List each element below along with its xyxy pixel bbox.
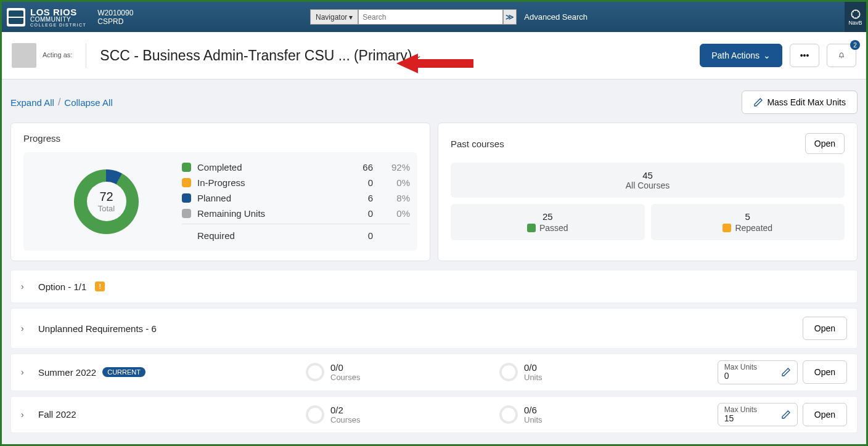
env-name: CSPRD [97,17,133,26]
search-input[interactable] [358,9,503,25]
tile-all-courses[interactable]: 45 All Courses [451,163,845,198]
term-open-button[interactable]: Open [803,360,847,384]
expand-all-link[interactable]: Expand All [10,97,54,108]
unplanned-open-button[interactable]: Open [803,317,847,340]
section-title: Option - 1/1 [38,282,86,292]
legend-pct: 0% [373,208,410,219]
brand-sub2: COLLEGE DISTRICT [30,23,86,27]
progress-donut: 72 Total [31,160,182,243]
swatch-icon [182,209,191,218]
term-open-button[interactable]: Open [803,403,847,426]
tile-passed[interactable]: 25 Passed [451,204,645,240]
divider [86,43,86,68]
term-name: Fall 2022 [38,409,76,420]
acting-as-label: Acting as: [43,51,72,59]
tile-repeated[interactable]: 5 Repeated [651,204,845,240]
notification-badge: 2 [850,40,860,50]
progress-ring-icon [499,363,518,381]
path-actions-button[interactable]: Path Actions ⌄ [700,44,782,67]
svg-marker-1 [396,54,473,73]
warning-badge-icon: ! [95,282,105,291]
courses-label: Courses [330,373,360,382]
path-title-dropdown[interactable]: SCC - Business Admin-Transfer CSU ... (P… [100,47,422,64]
courses-label: Courses [330,415,360,424]
legend-label: Completed [197,162,342,172]
swatch-icon [182,193,191,203]
open-label: Open [814,139,835,148]
brand-logo-icon [7,8,25,26]
legend-count: 66 [342,162,373,172]
toolbar: Expand All / Collapse All Mass Edit Max … [10,91,858,114]
current-badge: CURRENT [102,367,145,377]
courses-fraction: 0/0 [330,362,360,373]
open-label: Open [814,323,835,333]
legend-row-remaining: Remaining Units 0 0% [182,206,410,221]
env-info: W2010090 CSPRD [97,9,133,26]
pencil-icon [753,97,763,107]
max-units-input[interactable]: Max Units 15 [718,403,798,427]
section-title: Unplanned Requirements - 6 [38,323,157,334]
mass-edit-label: Mass Edit Max Units [767,97,846,107]
tile-label: All Courses [458,180,837,190]
max-units-value: 15 [724,414,757,423]
legend-count: 0 [342,230,373,241]
brand-sub: COMMUNITY [30,17,86,23]
term-row-summer-2022: › Summer 2022 CURRENT 0/0 Courses 0/0 Un… [10,354,858,391]
progress-ring-icon [499,405,518,424]
past-open-button[interactable]: Open [805,133,845,154]
legend-row-required: Required 0 [182,224,410,243]
legend-row-planned: Planned 6 8% [182,190,410,206]
legend-label: Remaining Units [197,208,342,219]
pencil-icon [781,367,791,377]
search-go-button[interactable]: ≫ [503,9,517,25]
legend-label: Required [197,230,342,241]
navigator-button[interactable]: Navigator ▾ [310,9,358,25]
path-actions-label: Path Actions [711,51,760,60]
section-unplanned[interactable]: › Unplanned Requirements - 6 Open [10,308,858,349]
brand-main: LOS RIOS [30,7,86,17]
legend-count: 6 [342,193,373,203]
tile-count: 25 [458,211,637,222]
header-actions: Path Actions ⌄ ••• 2 [700,44,856,67]
chevron-right-icon: › [21,282,30,291]
tile-label: Repeated [735,223,772,233]
progress-ring-icon [306,405,324,424]
brand: LOS RIOS COMMUNITY COLLEGE DISTRICT [7,7,86,27]
progress-ring-icon [306,363,324,381]
courses-progress: 0/2 Courses [306,405,491,424]
legend-count: 0 [342,177,373,188]
mass-edit-button[interactable]: Mass Edit Max Units [742,91,858,114]
advanced-search-link[interactable]: Advanced Search [524,12,588,22]
progress-legend: Completed 66 92% In-Progress 0 0% Planne… [182,160,410,243]
chevron-right-icon[interactable]: › [21,367,30,377]
chevron-right-icon: ≫ [506,12,514,22]
caret-down-icon: ▾ [349,13,353,22]
navigator-label: Navigator [316,13,347,22]
navb-label: NavB [848,20,862,26]
chevron-right-icon[interactable]: › [21,410,30,420]
progress-card: Progress 72 Total Completed 66 92% [10,123,430,261]
more-actions-button[interactable]: ••• [790,44,819,67]
swatch-icon [182,163,191,172]
collapse-all-link[interactable]: Collapse All [64,97,112,108]
navb-tool[interactable]: NavB [845,2,866,32]
legend-label: In-Progress [197,177,342,188]
nav-search: Navigator ▾ ≫ Advanced Search [310,9,588,25]
max-units-input[interactable]: Max Units 0 [718,360,798,384]
chevron-right-icon: › [21,323,30,333]
legend-pct: 92% [373,162,410,172]
units-fraction: 0/6 [524,405,542,415]
section-option[interactable]: › Option - 1/1 ! [10,270,858,303]
donut-value: 72 [98,190,115,204]
compass-icon [850,9,861,20]
donut-label: Total [98,204,115,213]
legend-pct: 0% [373,177,410,188]
open-label: Open [814,367,835,377]
open-label: Open [814,410,835,420]
swatch-icon [527,224,536,232]
max-units-label: Max Units [724,363,757,371]
progress-title: Progress [23,133,417,144]
top-bar: LOS RIOS COMMUNITY COLLEGE DISTRICT W201… [2,2,866,32]
legend-count: 0 [342,208,373,219]
units-progress: 0/6 Units [499,405,684,424]
